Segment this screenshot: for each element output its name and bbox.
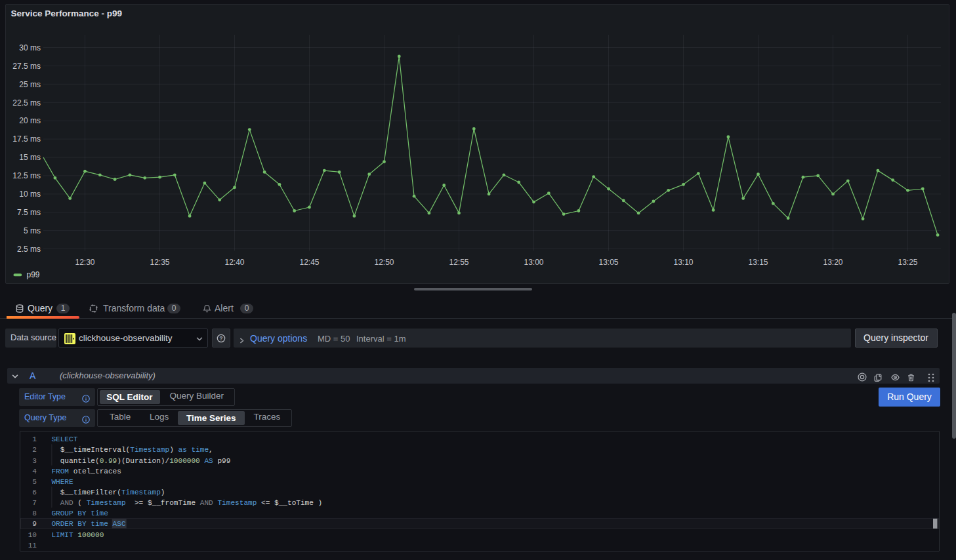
svg-text:WHERE: WHERE — [51, 478, 73, 486]
svg-text:11: 11 — [28, 542, 37, 550]
svg-text:7.5 ms: 7.5 ms — [17, 208, 41, 217]
svg-text:8: 8 — [32, 510, 37, 517]
svg-text:12:40: 12:40 — [224, 258, 244, 267]
svg-text:?: ? — [220, 336, 223, 342]
svg-text:1: 1 — [32, 435, 37, 443]
svg-text:27.5 ms: 27.5 ms — [12, 62, 41, 71]
svg-text:15 ms: 15 ms — [19, 153, 41, 162]
svg-text:2: 2 — [32, 446, 37, 454]
svg-text:SELECT: SELECT — [51, 435, 77, 443]
svg-text:12:45: 12:45 — [299, 258, 319, 267]
svg-text:2.5 ms: 2.5 ms — [17, 245, 41, 254]
svg-text:$__timeFilter(Timestamp): $__timeFilter(Timestamp) — [51, 489, 165, 496]
svg-text:AND ( Timestamp >= $__fromTim: AND ( Timestamp >= $__fromTime AND Times… — [51, 499, 322, 507]
svg-text:p99: p99 — [27, 270, 40, 279]
svg-text:6: 6 — [32, 489, 37, 496]
svg-text:22.5 ms: 22.5 ms — [12, 98, 41, 108]
svg-text:GROUP BY time: GROUP BY time — [51, 510, 108, 517]
svg-text:12:50: 12:50 — [374, 258, 394, 267]
svg-text:13:25: 13:25 — [898, 258, 917, 267]
svg-text:13:20: 13:20 — [823, 258, 842, 267]
svg-text:9: 9 — [32, 520, 37, 528]
svg-text:13:10: 13:10 — [673, 258, 693, 267]
svg-text:quantile(0.99)(Duration)/10000: quantile(0.99)(Duration)/1000000 AS p99 — [51, 457, 230, 465]
svg-text:20 ms: 20 ms — [19, 116, 41, 125]
svg-text:30 ms: 30 ms — [19, 43, 41, 52]
svg-text:10 ms: 10 ms — [19, 190, 41, 199]
svg-text:$__timeInterval(Timestamp) as: $__timeInterval(Timestamp) as time, — [51, 446, 213, 454]
svg-text:25 ms: 25 ms — [19, 80, 41, 89]
svg-text:12.5 ms: 12.5 ms — [12, 171, 41, 180]
svg-text:13:00: 13:00 — [524, 258, 543, 267]
svg-text:13:05: 13:05 — [598, 258, 618, 267]
svg-text:ORDER BY time ASC: ORDER BY time ASC — [51, 520, 126, 528]
svg-text:5: 5 — [32, 478, 37, 486]
svg-text:17.5 ms: 17.5 ms — [12, 134, 41, 144]
svg-text:13:15: 13:15 — [748, 258, 768, 267]
svg-text:FROM otel_traces: FROM otel_traces — [51, 468, 121, 475]
svg-text:LIMIT 100000: LIMIT 100000 — [51, 531, 104, 539]
svg-text:3: 3 — [32, 457, 37, 465]
svg-text:12:35: 12:35 — [150, 258, 169, 267]
svg-text:5 ms: 5 ms — [24, 226, 41, 235]
svg-text:12:30: 12:30 — [75, 258, 94, 267]
svg-text:10: 10 — [28, 531, 37, 539]
svg-text:7: 7 — [32, 499, 37, 507]
svg-text:4: 4 — [32, 468, 37, 475]
svg-text:12:55: 12:55 — [449, 258, 468, 267]
